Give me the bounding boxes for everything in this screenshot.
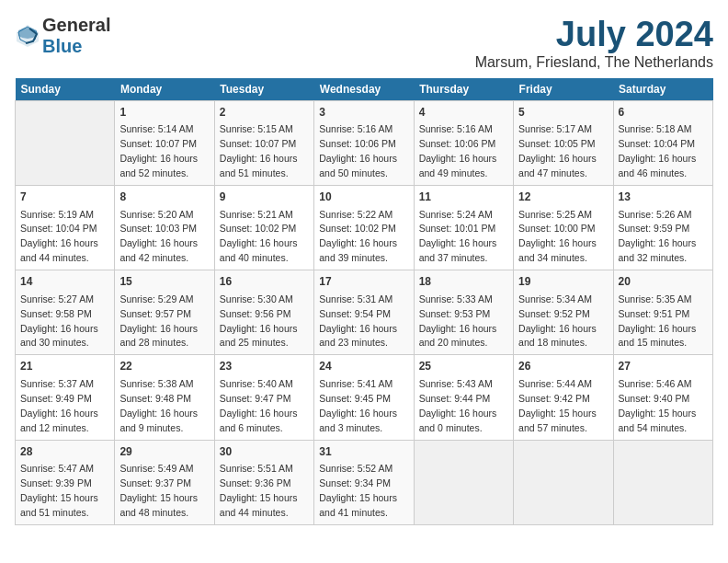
calendar-cell <box>16 101 115 186</box>
day-number: 29 <box>119 444 209 460</box>
day-number: 17 <box>319 274 408 290</box>
calendar-cell: 27Sunrise: 5:46 AMSunset: 9:40 PMDayligh… <box>613 355 712 440</box>
cell-info: Sunrise: 5:46 AMSunset: 9:40 PMDaylight:… <box>619 378 697 433</box>
calendar-table: Sunday Monday Tuesday Wednesday Thursday… <box>15 78 713 525</box>
cell-info: Sunrise: 5:27 AMSunset: 9:58 PMDaylight:… <box>20 293 98 349</box>
calendar-cell: 3Sunrise: 5:16 AMSunset: 10:06 PMDayligh… <box>314 101 414 186</box>
cell-info: Sunrise: 5:16 AMSunset: 10:06 PMDaylight… <box>419 123 497 178</box>
calendar-cell: 4Sunrise: 5:16 AMSunset: 10:06 PMDayligh… <box>414 101 513 186</box>
calendar-body: 1Sunrise: 5:14 AMSunset: 10:07 PMDayligh… <box>16 101 713 525</box>
calendar-cell <box>514 440 613 524</box>
calendar-cell <box>613 440 712 524</box>
day-number: 7 <box>20 190 109 205</box>
cell-info: Sunrise: 5:37 AMSunset: 9:49 PMDaylight:… <box>20 378 98 433</box>
cell-info: Sunrise: 5:31 AMSunset: 9:54 PMDaylight:… <box>319 293 397 349</box>
title-block: July 2024 Marsum, Friesland, The Netherl… <box>475 15 713 71</box>
calendar-cell: 12Sunrise: 5:25 AMSunset: 10:00 PMDaylig… <box>514 186 613 270</box>
cell-info: Sunrise: 5:22 AMSunset: 10:02 PMDaylight… <box>319 209 397 264</box>
calendar-cell: 9Sunrise: 5:21 AMSunset: 10:02 PMDayligh… <box>214 186 313 270</box>
calendar-cell: 26Sunrise: 5:44 AMSunset: 9:42 PMDayligh… <box>514 355 613 440</box>
day-number: 15 <box>119 274 209 290</box>
week-row-5: 28Sunrise: 5:47 AMSunset: 9:39 PMDayligh… <box>16 440 713 524</box>
calendar-cell: 19Sunrise: 5:34 AMSunset: 9:52 PMDayligh… <box>514 270 613 355</box>
col-tuesday: Tuesday <box>214 78 313 101</box>
cell-info: Sunrise: 5:14 AMSunset: 10:07 PMDaylight… <box>119 123 198 178</box>
day-number: 22 <box>119 359 209 374</box>
cell-info: Sunrise: 5:41 AMSunset: 9:45 PMDaylight:… <box>319 378 397 433</box>
day-number: 3 <box>319 105 408 121</box>
cell-info: Sunrise: 5:20 AMSunset: 10:03 PMDaylight… <box>119 209 198 264</box>
cell-info: Sunrise: 5:49 AMSunset: 9:37 PMDaylight:… <box>119 463 198 518</box>
calendar-cell <box>414 440 513 524</box>
page-header: General Blue July 2024 Marsum, Friesland… <box>15 15 713 71</box>
calendar-cell: 23Sunrise: 5:40 AMSunset: 9:47 PMDayligh… <box>214 355 313 440</box>
col-sunday: Sunday <box>16 78 115 101</box>
col-thursday: Thursday <box>414 78 513 101</box>
cell-info: Sunrise: 5:38 AMSunset: 9:48 PMDaylight:… <box>119 378 198 433</box>
calendar-cell: 8Sunrise: 5:20 AMSunset: 10:03 PMDayligh… <box>115 186 214 270</box>
calendar-cell: 29Sunrise: 5:49 AMSunset: 9:37 PMDayligh… <box>115 440 214 524</box>
calendar-cell: 14Sunrise: 5:27 AMSunset: 9:58 PMDayligh… <box>16 270 115 355</box>
month-title: July 2024 <box>475 15 713 54</box>
day-number: 6 <box>619 105 708 121</box>
cell-info: Sunrise: 5:43 AMSunset: 9:44 PMDaylight:… <box>419 378 497 433</box>
cell-info: Sunrise: 5:52 AMSunset: 9:34 PMDaylight:… <box>319 463 397 518</box>
cell-info: Sunrise: 5:21 AMSunset: 10:02 PMDaylight… <box>220 209 298 264</box>
col-monday: Monday <box>115 78 214 101</box>
week-row-1: 1Sunrise: 5:14 AMSunset: 10:07 PMDayligh… <box>16 101 713 186</box>
header-row: Sunday Monday Tuesday Wednesday Thursday… <box>16 78 713 101</box>
cell-info: Sunrise: 5:16 AMSunset: 10:06 PMDaylight… <box>319 123 397 178</box>
calendar-cell: 25Sunrise: 5:43 AMSunset: 9:44 PMDayligh… <box>414 355 513 440</box>
day-number: 16 <box>220 274 309 290</box>
day-number: 8 <box>119 190 209 205</box>
cell-info: Sunrise: 5:17 AMSunset: 10:05 PMDaylight… <box>518 123 597 178</box>
calendar-cell: 7Sunrise: 5:19 AMSunset: 10:04 PMDayligh… <box>16 186 115 270</box>
calendar-cell: 17Sunrise: 5:31 AMSunset: 9:54 PMDayligh… <box>314 270 414 355</box>
location-title: Marsum, Friesland, The Netherlands <box>475 54 713 71</box>
cell-info: Sunrise: 5:15 AMSunset: 10:07 PMDaylight… <box>220 123 298 178</box>
cell-info: Sunrise: 5:24 AMSunset: 10:01 PMDaylight… <box>419 209 497 264</box>
day-number: 27 <box>619 359 708 374</box>
cell-info: Sunrise: 5:51 AMSunset: 9:36 PMDaylight:… <box>220 463 298 518</box>
calendar-cell: 13Sunrise: 5:26 AMSunset: 9:59 PMDayligh… <box>613 186 712 270</box>
logo: General Blue <box>15 15 110 57</box>
cell-info: Sunrise: 5:35 AMSunset: 9:51 PMDaylight:… <box>619 293 697 349</box>
cell-info: Sunrise: 5:47 AMSunset: 9:39 PMDaylight:… <box>20 463 98 518</box>
day-number: 9 <box>220 190 309 205</box>
calendar-cell: 22Sunrise: 5:38 AMSunset: 9:48 PMDayligh… <box>115 355 214 440</box>
calendar-cell: 5Sunrise: 5:17 AMSunset: 10:05 PMDayligh… <box>514 101 613 186</box>
calendar-cell: 1Sunrise: 5:14 AMSunset: 10:07 PMDayligh… <box>115 101 214 186</box>
cell-info: Sunrise: 5:26 AMSunset: 9:59 PMDaylight:… <box>619 209 697 264</box>
cell-info: Sunrise: 5:40 AMSunset: 9:47 PMDaylight:… <box>220 378 298 433</box>
cell-info: Sunrise: 5:19 AMSunset: 10:04 PMDaylight… <box>20 209 98 264</box>
day-number: 13 <box>619 190 708 205</box>
day-number: 2 <box>220 105 309 121</box>
cell-info: Sunrise: 5:34 AMSunset: 9:52 PMDaylight:… <box>518 293 597 349</box>
calendar-cell: 6Sunrise: 5:18 AMSunset: 10:04 PMDayligh… <box>613 101 712 186</box>
day-number: 20 <box>619 274 708 290</box>
calendar-cell: 15Sunrise: 5:29 AMSunset: 9:57 PMDayligh… <box>115 270 214 355</box>
week-row-2: 7Sunrise: 5:19 AMSunset: 10:04 PMDayligh… <box>16 186 713 270</box>
day-number: 19 <box>518 274 608 290</box>
calendar-cell: 31Sunrise: 5:52 AMSunset: 9:34 PMDayligh… <box>314 440 414 524</box>
day-number: 21 <box>20 359 109 374</box>
cell-info: Sunrise: 5:33 AMSunset: 9:53 PMDaylight:… <box>419 293 497 349</box>
col-saturday: Saturday <box>613 78 712 101</box>
calendar-cell: 10Sunrise: 5:22 AMSunset: 10:02 PMDaylig… <box>314 186 414 270</box>
day-number: 4 <box>419 105 508 121</box>
calendar-cell: 11Sunrise: 5:24 AMSunset: 10:01 PMDaylig… <box>414 186 513 270</box>
day-number: 10 <box>319 190 408 205</box>
day-number: 26 <box>518 359 608 374</box>
day-number: 5 <box>518 105 608 121</box>
day-number: 1 <box>119 105 209 121</box>
cell-info: Sunrise: 5:44 AMSunset: 9:42 PMDaylight:… <box>518 378 597 433</box>
day-number: 31 <box>319 444 408 460</box>
day-number: 12 <box>518 190 608 205</box>
day-number: 11 <box>419 190 508 205</box>
day-number: 24 <box>319 359 408 374</box>
day-number: 23 <box>220 359 309 374</box>
cell-info: Sunrise: 5:30 AMSunset: 9:56 PMDaylight:… <box>220 293 298 349</box>
calendar-cell: 24Sunrise: 5:41 AMSunset: 9:45 PMDayligh… <box>314 355 414 440</box>
day-number: 25 <box>419 359 508 374</box>
calendar-cell: 30Sunrise: 5:51 AMSunset: 9:36 PMDayligh… <box>214 440 313 524</box>
